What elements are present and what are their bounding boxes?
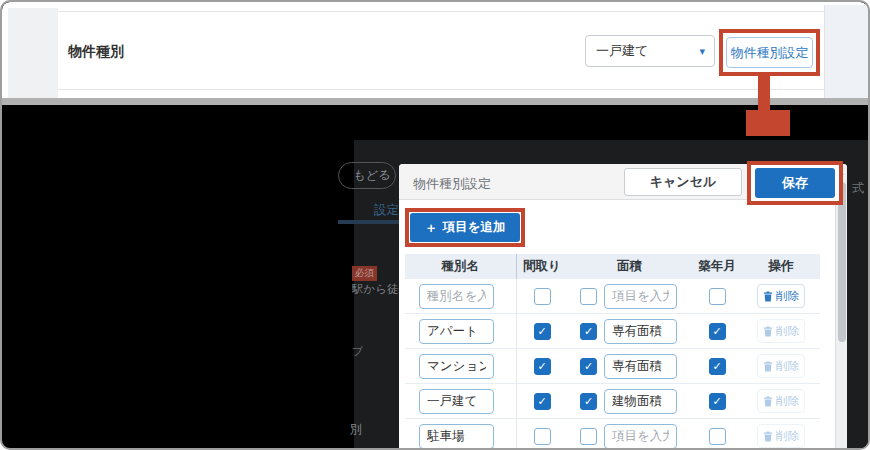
built-date-checkbox[interactable]: ✓ xyxy=(709,393,726,410)
screenshot-frame: 物件種別 一戸建て ▾ 物件種別設定 もどる 設定 必須 駅から徒歩 プ 別 式… xyxy=(0,0,870,450)
area-label-input[interactable] xyxy=(604,389,677,414)
property-form-row: 物件種別 一戸建て ▾ 物件種別設定 xyxy=(2,2,868,105)
column-header-built-date: 築年月 xyxy=(692,258,742,275)
type-name-input[interactable] xyxy=(419,389,494,414)
type-name-input[interactable] xyxy=(419,319,494,344)
settings-tab-fragment: 設定 xyxy=(374,202,400,219)
area-cell xyxy=(567,424,692,449)
text-fragment: 別 xyxy=(350,421,362,438)
area-label-input[interactable] xyxy=(604,354,677,379)
row-divider-bottom xyxy=(58,89,824,90)
area-checkbox[interactable]: ✓ xyxy=(580,323,597,340)
cancel-button[interactable]: キャンセル xyxy=(624,168,742,196)
tab-underline xyxy=(338,220,400,224)
type-name-input[interactable] xyxy=(419,424,494,449)
red-arrow-head xyxy=(746,110,790,136)
built-date-cell xyxy=(692,288,742,305)
dropdown-value: 一戸建て xyxy=(596,42,648,60)
modal-scrollbar[interactable]: ▲ xyxy=(835,164,847,448)
floor-plan-checkbox[interactable] xyxy=(534,288,551,305)
type-name-cell xyxy=(405,279,517,313)
red-highlight-box: 物件種別設定 xyxy=(719,29,820,76)
red-highlight-box: ＋ 項目を追加 xyxy=(405,208,525,247)
property-type-settings-button[interactable]: 物件種別設定 xyxy=(726,37,813,68)
table-row: 削除 xyxy=(405,279,820,314)
trash-icon xyxy=(763,396,773,407)
trash-icon xyxy=(763,291,773,302)
actions-cell: 削除 xyxy=(742,424,820,448)
red-arrow-stem xyxy=(758,76,770,111)
built-date-checkbox[interactable] xyxy=(709,288,726,305)
delete-button-label: 削除 xyxy=(776,289,799,304)
area-cell: ✓ xyxy=(567,389,692,414)
actions-cell: 削除 xyxy=(742,284,820,308)
property-type-dropdown[interactable]: 一戸建て ▾ xyxy=(585,35,715,67)
delete-button-label: 削除 xyxy=(776,394,799,409)
delete-button-label: 削除 xyxy=(776,324,799,339)
chevron-down-icon: ▾ xyxy=(699,45,705,58)
floor-plan-checkbox[interactable]: ✓ xyxy=(534,393,551,410)
add-item-label: 項目を追加 xyxy=(443,219,506,236)
column-header-actions: 操作 xyxy=(742,258,820,275)
area-cell: ✓ xyxy=(567,319,692,344)
right-column-cell xyxy=(824,5,868,98)
area-checkbox[interactable] xyxy=(580,288,597,305)
built-date-checkbox[interactable]: ✓ xyxy=(709,358,726,375)
column-header-floor-plan: 間取り xyxy=(517,258,567,275)
floor-plan-cell xyxy=(517,428,567,445)
type-name-input[interactable] xyxy=(419,354,494,379)
modal-table-body: 削除 ✓ ✓ ✓ 削除 ✓ ✓ xyxy=(405,279,820,450)
delete-button[interactable]: 削除 xyxy=(757,424,805,448)
area-label-input[interactable] xyxy=(604,319,677,344)
delete-button-label: 削除 xyxy=(776,359,799,374)
type-name-cell xyxy=(405,314,517,348)
modal-header: 物件種別設定 キャンセル 保存 xyxy=(399,164,847,200)
text-fragment: 式： xyxy=(852,180,870,197)
floor-plan-checkbox[interactable]: ✓ xyxy=(534,323,551,340)
built-date-cell: ✓ xyxy=(692,323,742,340)
plus-icon: ＋ xyxy=(425,219,438,237)
delete-button[interactable]: 削除 xyxy=(757,354,805,378)
table-header-row: 種別名 間取り 面積 築年月 操作 xyxy=(405,254,820,279)
built-date-cell xyxy=(692,428,742,445)
area-label-input[interactable] xyxy=(604,424,677,449)
delete-button[interactable]: 削除 xyxy=(757,284,805,308)
add-item-button[interactable]: ＋ 項目を追加 xyxy=(410,213,520,242)
delete-button[interactable]: 削除 xyxy=(757,319,805,343)
type-name-input[interactable] xyxy=(419,284,494,309)
floor-plan-checkbox[interactable] xyxy=(534,428,551,445)
built-date-checkbox[interactable]: ✓ xyxy=(709,323,726,340)
back-button-fragment: もどる xyxy=(338,162,396,189)
area-checkbox[interactable]: ✓ xyxy=(580,358,597,375)
type-name-cell xyxy=(405,349,517,383)
column-header-area: 面積 xyxy=(567,258,692,275)
area-label-input[interactable] xyxy=(604,284,677,309)
type-name-cell xyxy=(405,384,517,418)
property-type-table: 種別名 間取り 面積 築年月 操作 削除 xyxy=(405,254,820,450)
field-label: 物件種別 xyxy=(68,43,124,61)
scrollbar-thumb[interactable] xyxy=(838,182,846,342)
trash-icon xyxy=(763,431,773,442)
built-date-cell: ✓ xyxy=(692,358,742,375)
red-highlight-box: 保存 xyxy=(747,161,843,205)
save-button[interactable]: 保存 xyxy=(755,168,835,198)
column-header-type-name: 種別名 xyxy=(405,254,517,279)
floor-plan-cell: ✓ xyxy=(517,323,567,340)
built-date-checkbox[interactable] xyxy=(709,428,726,445)
floor-plan-cell: ✓ xyxy=(517,393,567,410)
area-cell: ✓ xyxy=(567,354,692,379)
area-checkbox[interactable]: ✓ xyxy=(580,393,597,410)
modal-title: 物件種別設定 xyxy=(413,175,491,193)
actions-cell: 削除 xyxy=(742,354,820,378)
row-divider-top xyxy=(58,11,824,12)
area-cell xyxy=(567,284,692,309)
type-name-cell xyxy=(405,419,517,450)
delete-button[interactable]: 削除 xyxy=(757,389,805,413)
built-date-cell: ✓ xyxy=(692,393,742,410)
floor-plan-checkbox[interactable]: ✓ xyxy=(534,358,551,375)
area-checkbox[interactable] xyxy=(580,428,597,445)
delete-button-label: 削除 xyxy=(776,429,799,444)
table-row: ✓ ✓ ✓ 削除 xyxy=(405,384,820,419)
trash-icon xyxy=(763,326,773,337)
floor-plan-cell: ✓ xyxy=(517,358,567,375)
